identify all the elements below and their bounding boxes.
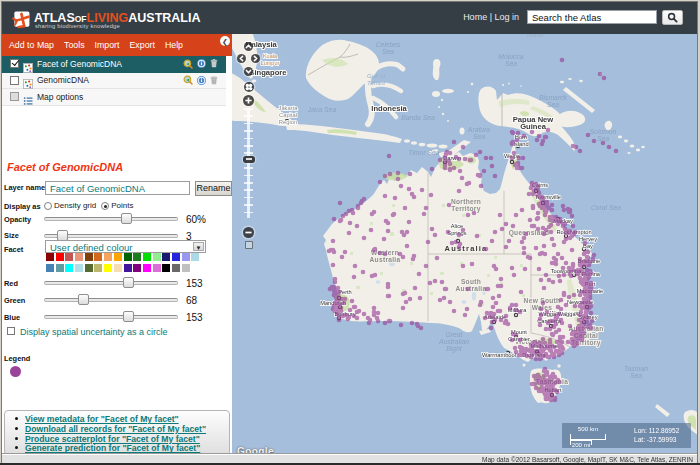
search-button[interactable]: [662, 10, 683, 25]
header: ATLASOFLIVINGAUSTRALIA sharing biodivers…: [2, 2, 697, 34]
colour-swatch[interactable]: [143, 253, 151, 261]
layer-type-icon: [23, 59, 33, 69]
colour-swatch[interactable]: [153, 253, 161, 261]
spatial-portal-page: ATLASOFLIVINGAUSTRALIA sharing biodivers…: [2, 2, 697, 463]
facet-select[interactable]: User defined colour▼: [45, 240, 206, 253]
facet-label: Facet: [4, 245, 23, 254]
colour-swatch[interactable]: [104, 264, 112, 272]
colour-swatch[interactable]: [65, 264, 73, 272]
layer-name-input[interactable]: [45, 181, 190, 195]
red-slider[interactable]: [44, 281, 178, 285]
colour-swatch[interactable]: [65, 253, 73, 261]
points-radio-label: Points: [111, 201, 133, 210]
layer-action-link[interactable]: Generate prediction for "Facet of My fac…: [25, 443, 200, 453]
pan-up-button[interactable]: [244, 42, 253, 51]
red-slider-handle[interactable]: [123, 277, 134, 288]
zoom-to-layer-icon[interactable]: [183, 75, 193, 85]
rename-button[interactable]: Rename: [195, 181, 232, 196]
opacity-slider[interactable]: [44, 217, 178, 221]
colour-swatch[interactable]: [114, 253, 122, 261]
colour-swatch[interactable]: [182, 253, 190, 261]
blue-value: 153: [186, 312, 203, 323]
layer-list: Facet of GenomicDNAGenomicDNAMap options: [2, 56, 226, 106]
delete-layer-icon[interactable]: [210, 76, 218, 85]
layer-checkbox[interactable]: [10, 59, 19, 68]
colour-swatch[interactable]: [124, 253, 132, 261]
green-slider-handle[interactable]: [78, 294, 89, 305]
colour-swatch[interactable]: [124, 264, 132, 272]
overview-map-toggle[interactable]: [245, 241, 253, 249]
density-grid-radio[interactable]: [44, 202, 52, 210]
colour-swatch[interactable]: [182, 264, 190, 272]
map-label: KualaLumpur: [261, 53, 280, 66]
ala-tagline: sharing biodiversity knowledge: [35, 23, 120, 29]
layer-checkbox[interactable]: [10, 76, 19, 85]
opacity-slider-handle[interactable]: [121, 213, 132, 224]
layer-name-label: Map options: [37, 92, 226, 102]
colour-swatch[interactable]: [56, 264, 64, 272]
layer-checkbox[interactable]: [10, 92, 19, 101]
colour-swatch[interactable]: [46, 253, 54, 261]
colour-swatch[interactable]: [162, 253, 170, 261]
colour-swatch[interactable]: [133, 264, 141, 272]
pan-right-button[interactable]: [251, 54, 260, 63]
delete-layer-icon[interactable]: [210, 59, 218, 68]
colour-swatch[interactable]: [162, 264, 170, 272]
layer-row-facet-of-genomicdna[interactable]: Facet of GenomicDNA: [2, 56, 226, 73]
green-slider[interactable]: [44, 298, 178, 302]
colour-swatch[interactable]: [114, 264, 122, 272]
layer-action-link[interactable]: View metadata for "Facet of My facet": [25, 414, 179, 424]
layer-row-map-options[interactable]: Map options: [2, 89, 226, 106]
bullet: [15, 417, 18, 420]
menu-item-tools[interactable]: Tools: [64, 34, 85, 50]
colour-swatch[interactable]: [46, 264, 54, 272]
colour-swatch[interactable]: [85, 264, 93, 272]
uncertainty-checkbox[interactable]: [7, 327, 15, 335]
pan-left-button[interactable]: [237, 54, 246, 63]
colour-swatch[interactable]: [104, 253, 112, 261]
layer-name-label: GenomicDNA: [37, 75, 183, 85]
colour-swatch[interactable]: [56, 253, 64, 261]
menu-item-help[interactable]: Help: [165, 34, 183, 50]
menu-item-export[interactable]: Export: [129, 34, 154, 50]
ala-logo[interactable]: ATLASOFLIVINGAUSTRALIA sharing biodivers…: [12, 9, 202, 33]
layer-info-icon[interactable]: [197, 59, 206, 68]
zoom-slider-track[interactable]: [244, 108, 253, 218]
colour-swatch[interactable]: [85, 253, 93, 261]
search-input[interactable]: [527, 10, 657, 24]
map[interactable]: CelebesSeaMoluccaSeaGulf ofTominiJava Se…: [232, 34, 697, 454]
colour-swatch[interactable]: [153, 264, 161, 272]
colour-swatch[interactable]: [75, 264, 83, 272]
home-login-links[interactable]: Home | Log in: [463, 12, 519, 22]
zoom-slider-handle[interactable]: [243, 156, 255, 163]
zoom-to-layer-icon[interactable]: [183, 59, 193, 69]
colour-swatch[interactable]: [94, 264, 102, 272]
blue-slider-handle[interactable]: [123, 311, 134, 322]
map-label: Island: [527, 34, 544, 38]
colour-swatch[interactable]: [172, 253, 180, 261]
colour-swatch[interactable]: [143, 264, 151, 272]
colour-swatch[interactable]: [75, 253, 83, 261]
minus-icon: [244, 228, 253, 237]
colour-swatch[interactable]: [94, 253, 102, 261]
layer-info-icon[interactable]: [197, 76, 206, 85]
menu-item-add-to-map[interactable]: Add to Map: [9, 34, 54, 50]
zoom-out-button[interactable]: [243, 227, 254, 238]
colour-swatch[interactable]: [133, 253, 141, 261]
blue-slider[interactable]: [44, 315, 178, 319]
select-dropdown-arrow[interactable]: ▼: [193, 242, 204, 251]
pan-down-button[interactable]: [244, 67, 253, 76]
zoom-in-button[interactable]: [243, 95, 254, 106]
reset-view-button[interactable]: [244, 82, 254, 92]
colour-swatch[interactable]: [191, 253, 199, 261]
colour-palette-row2: [46, 264, 206, 274]
colour-swatch[interactable]: [172, 264, 180, 272]
layer-row-genomicdna[interactable]: GenomicDNA: [2, 73, 226, 90]
sidebar-collapse-button[interactable]: ❮: [220, 36, 230, 46]
size-slider[interactable]: [44, 234, 178, 238]
points-radio[interactable]: [101, 202, 109, 210]
layer-action-link[interactable]: Produce scatterplot for "Facet of My fac…: [25, 434, 200, 444]
layer-action-link[interactable]: Download all records for "Facet of My fa…: [25, 424, 206, 434]
chevron-right-icon: [251, 54, 260, 63]
menu-item-import[interactable]: Import: [95, 34, 120, 50]
